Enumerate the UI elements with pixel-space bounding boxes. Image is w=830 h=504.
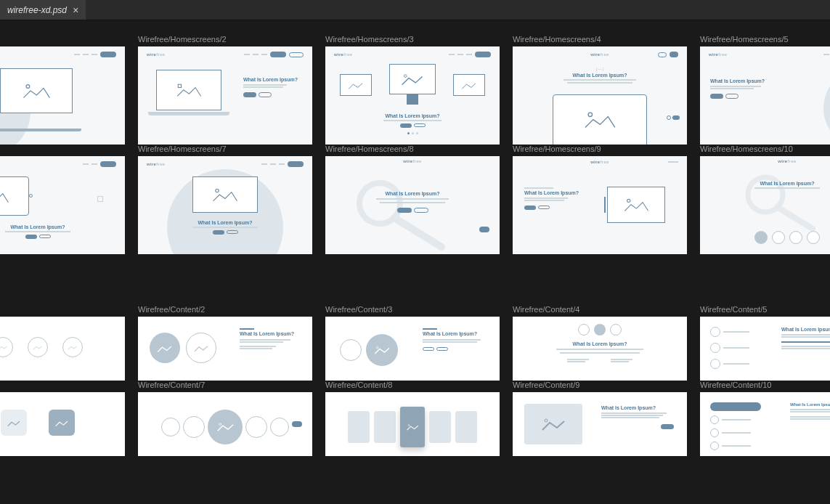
artboard-label: Wirefree/Homescreens/10 <box>700 145 830 153</box>
artboard-canvas[interactable]: nescreens wirefree What Is Lorem Ipsum? … <box>0 20 830 456</box>
artboard-label: Wirefree/Content/10 <box>700 381 830 389</box>
artboard-preview: What Is Lorem Ipsum? <box>700 392 830 456</box>
artboard-preview <box>138 392 312 456</box>
artboard-item[interactable]: Wirefree/Content/8 <box>325 381 500 456</box>
artboard-item[interactable]: Wirefree/Homescreens/7 wirefree What Is … <box>138 145 312 254</box>
artboard-preview <box>325 392 500 456</box>
artboard-item[interactable]: Wirefree/Content/7 <box>138 381 312 456</box>
artboard-label: Wirefree/Homescreens/9 <box>513 145 687 153</box>
artboard-preview: wirefree What Is Lorem Ipsum? <box>138 156 312 254</box>
tab-filename: wirefree-xd.psd <box>7 5 67 15</box>
artboard-item[interactable]: Wirefree/Homescreens/3 wirefree What Is … <box>325 35 500 145</box>
artboard-item[interactable]: Wirefree/Homescreens/2 wirefree What Is … <box>138 35 312 145</box>
artboard-preview: wirefree What Is Lorem Ipsum? <box>138 46 312 145</box>
svg-point-8 <box>627 199 630 202</box>
artboard-row: nescreens wirefree What Is Lorem Ipsum? … <box>0 35 830 145</box>
artboard-preview: What Is Lorem Ipsum? <box>513 392 687 456</box>
artboard-preview: wirefree What Is Lorem Ipsum? <box>700 46 830 145</box>
artboard-item[interactable]: Wirefree/Content/5 What Is Lorem Ipsum? <box>700 305 830 381</box>
artboard-row: ntent/6 Wirefree/Content/7 <box>0 381 830 456</box>
artboard-label: ntent/1 <box>0 305 125 314</box>
artboard-item[interactable]: ntent/6 <box>0 381 125 456</box>
artboard-preview: What Is Lorem Ipsum? <box>513 317 687 381</box>
artboard-item[interactable]: Wirefree/Content/4 What Is Lorem Ipsum? <box>513 305 687 381</box>
artboard-item[interactable]: Wirefree/Content/9 What Is Lorem Ipsum? <box>513 381 687 456</box>
artboard-item[interactable]: Wirefree/Homescreens/9 wirefree What Is … <box>513 145 687 254</box>
artboard-row: escreens/6 wirefree What Is Lorem Ipsum?… <box>0 145 830 254</box>
artboard-item[interactable]: ntent/1 <box>0 305 125 381</box>
artboard-preview <box>0 317 125 381</box>
artboard-preview: wirefree What Is Lorem Ipsum? <box>325 46 500 145</box>
artboard-preview: wirefree What Is Lorem Ipsum? <box>513 156 687 254</box>
artboard-item[interactable]: Wirefree/Content/2 What Is Lorem Ipsum? <box>138 305 312 381</box>
artboard-label: ntent/6 <box>0 381 125 389</box>
svg-point-13 <box>408 424 410 426</box>
artboard-label: nescreens <box>0 35 125 44</box>
document-tab[interactable]: wirefree-xd.psd × <box>0 0 86 20</box>
artboard-label: Wirefree/Homescreens/3 <box>325 35 500 44</box>
artboard-preview: wirefree What Is Lorem Ipsum? <box>325 156 500 254</box>
svg-line-10 <box>777 207 813 229</box>
svg-rect-1 <box>178 84 181 87</box>
artboard-label: Wirefree/Content/9 <box>513 381 687 389</box>
artboard-label: escreens/6 <box>0 145 125 153</box>
artboard-preview: wirefree What Is Lorem Ipsum? <box>0 46 125 145</box>
artboard-label: Wirefree/Content/5 <box>700 305 830 314</box>
artboard-item[interactable]: Wirefree/Homescreens/10 wirefree What Is… <box>700 145 830 254</box>
artboard-item[interactable]: Wirefree/Homescreens/8 wirefree What Is … <box>325 145 500 254</box>
artboard-preview: wirefree What Is Lorem Ipsum? <box>0 156 125 254</box>
artboard-label: Wirefree/Content/7 <box>138 381 312 389</box>
artboard-item[interactable]: Wirefree/Content/3 What Is Lorem Ipsum? <box>325 305 500 381</box>
tab-bar: wirefree-xd.psd × <box>0 0 830 20</box>
artboard-label: Wirefree/Content/2 <box>138 305 312 314</box>
svg-point-5 <box>216 189 219 192</box>
artboard-label: Wirefree/Content/8 <box>325 381 500 389</box>
artboard-label: Wirefree/Homescreens/4 <box>513 35 687 44</box>
close-icon[interactable]: × <box>73 4 78 16</box>
artboard-item[interactable]: Wirefree/Homescreens/5 wirefree What Is … <box>700 35 830 145</box>
artboard-label: Wirefree/Homescreens/5 <box>700 35 830 44</box>
artboard-label: Wirefree/Homescreens/8 <box>325 145 500 153</box>
artboard-item[interactable]: escreens/6 wirefree What Is Lorem Ipsum? <box>0 145 125 254</box>
artboard-label: Wirefree/Content/4 <box>513 305 687 314</box>
artboard-preview: What Is Lorem Ipsum? <box>700 317 830 381</box>
artboard-preview <box>0 392 125 456</box>
artboard-label: Wirefree/Homescreens/7 <box>138 145 312 153</box>
artboard-preview: What Is Lorem Ipsum? <box>325 317 500 381</box>
artboard-row: ntent/1 Wirefree/Content/2 What Is Lorem… <box>0 305 830 381</box>
artboard-item[interactable]: Wirefree/Homescreens/4 wirefree [ — ] Wh… <box>513 35 687 145</box>
svg-point-0 <box>26 85 30 89</box>
artboard-preview: wirefree [ — ] What Is Lorem Ipsum? <box>513 46 687 145</box>
svg-point-12 <box>219 423 221 426</box>
svg-point-14 <box>545 419 548 422</box>
artboard-item[interactable]: nescreens wirefree What Is Lorem Ipsum? <box>0 35 125 145</box>
svg-point-2 <box>404 74 407 77</box>
artboard-preview: What Is Lorem Ipsum? <box>138 317 312 381</box>
svg-point-11 <box>376 346 378 349</box>
artboard-preview: wirefree What Is Lorem Ipsum? <box>700 156 830 254</box>
svg-line-7 <box>394 218 442 247</box>
artboard-label: Wirefree/Homescreens/2 <box>138 35 312 44</box>
artboard-label: Wirefree/Content/3 <box>325 305 500 314</box>
svg-point-3 <box>588 113 592 116</box>
artboard-item[interactable]: Wirefree/Content/10 What Is Lorem Ipsum? <box>700 381 830 456</box>
